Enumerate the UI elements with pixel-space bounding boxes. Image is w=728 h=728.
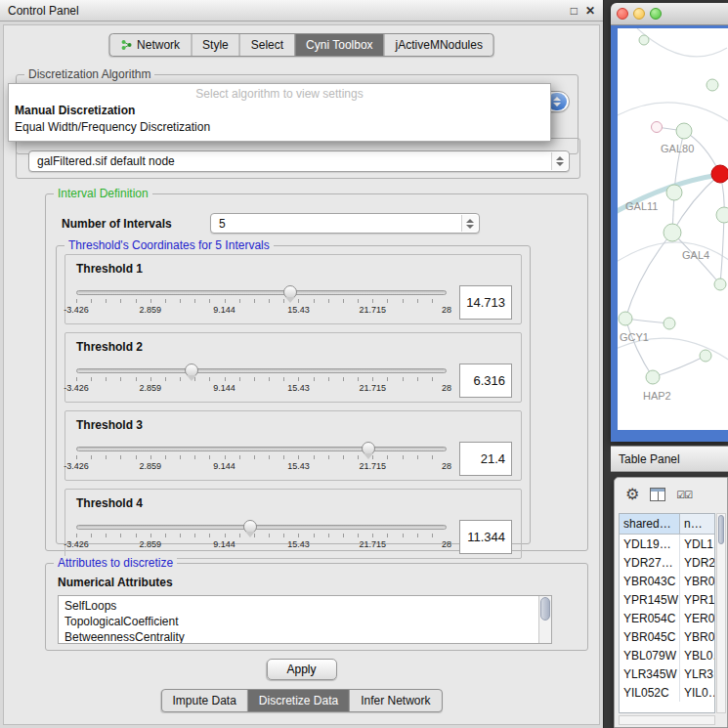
float-window-icon[interactable]: □ [571, 4, 578, 18]
combo-stepper-icon[interactable] [461, 215, 478, 232]
numerical-attributes-list[interactable]: SelfLoopsTopologicalCoefficientBetweenne… [58, 595, 552, 644]
tab-jactivemodules[interactable]: jActiveMNodules [384, 34, 493, 56]
control-panel-window: Control Panel □ ✕ Network Style Select C… [0, 0, 604, 728]
tab-select[interactable]: Select [239, 34, 294, 56]
network-canvas[interactable]: GAL80 GAL11 GAL4 GCY1 HAP2 [618, 28, 728, 430]
tick-label: -3.426 [64, 383, 89, 393]
tab-cyni-toolbox[interactable]: Cyni Toolbox [294, 34, 383, 56]
table-horizontal-scrollbar[interactable] [619, 715, 715, 725]
threshold-value-field[interactable]: 11.344 [459, 520, 512, 554]
table-panel-window: ⚙ ☑☑ shared… n… YDL19…YDL1…YDR27…YDR2…YB… [614, 477, 728, 728]
algorithm-dropdown-popup: Select algorithm to view settings Manual… [8, 83, 551, 142]
slider-track[interactable] [76, 447, 447, 451]
threshold-panel-2: Threshold 2 -3.426 2.859 9.144 [64, 332, 522, 403]
column-header-shared-name[interactable]: shared… [620, 514, 680, 534]
threshold-panel-1: Threshold 1 -3.426 2.859 9.144 [64, 254, 522, 324]
table-panel-titlebar[interactable]: Table Panel [611, 446, 728, 472]
table-cell: YDR27… [620, 553, 680, 572]
tab-style[interactable]: Style [191, 34, 239, 56]
tab-impute-data[interactable]: Impute Data [161, 690, 246, 711]
table-row[interactable]: YER054CYER0… [620, 609, 714, 627]
table-row[interactable]: YBR045CYBR0… [620, 627, 714, 646]
table-row[interactable]: YIL052CYIL0… [620, 683, 714, 702]
table-toolbar: ⚙ ☑☑ [615, 478, 727, 511]
threshold-slider[interactable]: -3.426 2.859 9.144 15.43 21.715 28 [74, 290, 449, 316]
attribute-list-item[interactable]: TopologicalCoefficient [64, 614, 545, 629]
table-cell: YER054C [620, 609, 680, 627]
slider-tick-labels: -3.426 2.859 9.144 15.43 21.715 28 [76, 305, 447, 316]
thresholds-group: Threshold's Coordinates for 5 Intervals … [56, 245, 531, 544]
network-node[interactable] [707, 79, 718, 91]
table-vertical-scrollbar[interactable] [716, 513, 726, 713]
control-panel-titlebar[interactable]: Control Panel □ ✕ [0, 0, 603, 21]
network-node[interactable] [664, 318, 675, 329]
select-columns-checkbox-icons[interactable]: ☑☑ [676, 490, 692, 500]
tab-label: Style [202, 38, 229, 52]
scrollbar-thumb[interactable] [718, 515, 724, 544]
close-traffic-light-icon[interactable] [617, 8, 628, 20]
scrollbar-thumb[interactable] [540, 597, 550, 621]
slider-thumb[interactable] [243, 520, 257, 534]
table-cell: YDL1… [680, 535, 714, 553]
attribute-list-item[interactable]: BetweennessCentrality [64, 629, 545, 644]
network-node[interactable] [639, 35, 649, 45]
tab-network[interactable]: Network [109, 34, 191, 56]
list-scrollbar[interactable] [538, 596, 551, 643]
tick-label: 21.715 [359, 305, 386, 315]
threshold-slider[interactable]: -3.426 2.859 9.144 15.43 21.715 28 [74, 447, 449, 472]
slider-thumb[interactable] [283, 285, 297, 299]
apply-button[interactable]: Apply [266, 659, 336, 680]
network-node[interactable] [714, 278, 726, 290]
table-cell: YPR145W [620, 590, 680, 609]
zoom-traffic-light-icon[interactable] [650, 8, 662, 20]
table-row[interactable]: YPR145WYPR1… [620, 590, 714, 609]
minimize-traffic-light-icon[interactable] [633, 8, 645, 20]
attribute-list-item[interactable]: SelfLoops [64, 598, 545, 614]
network-node[interactable] [716, 207, 728, 223]
network-node[interactable] [619, 312, 632, 325]
close-icon[interactable]: ✕ [585, 4, 595, 18]
tick-label: 15.43 [287, 305, 310, 315]
table-row[interactable]: YBL079WYBL0… [620, 646, 714, 664]
network-node[interactable] [700, 350, 711, 362]
table-cell: YIL0… [680, 683, 714, 702]
dropdown-option-equal-width[interactable]: Equal Width/Frequency Discretization [9, 119, 550, 136]
slider-thumb[interactable] [185, 364, 198, 377]
network-node[interactable] [666, 185, 682, 200]
table-cell: YBR0… [680, 627, 714, 646]
tab-discretize-data[interactable]: Discretize Data [247, 690, 349, 711]
tick-label: -3.426 [64, 461, 89, 471]
slider-tick-labels: -3.426 2.859 9.144 15.43 21.715 28 [76, 383, 447, 394]
tick-label: 15.43 [287, 461, 310, 471]
tab-infer-network[interactable]: Infer Network [349, 690, 441, 711]
network-node[interactable] [646, 370, 660, 384]
gear-icon[interactable]: ⚙ [625, 487, 639, 502]
slider-track[interactable] [76, 290, 447, 295]
network-window-titlebar[interactable] [611, 3, 728, 25]
threshold-slider[interactable]: -3.426 2.859 9.144 15.43 21.715 28 [74, 368, 449, 394]
slider-track[interactable] [76, 368, 447, 373]
column-header-name[interactable]: n… [680, 514, 714, 534]
threshold-value-field[interactable]: 6.316 [459, 364, 512, 398]
slider-thumb[interactable] [362, 442, 375, 455]
threshold-slider[interactable]: -3.426 2.859 9.144 15.43 21.715 28 [74, 525, 449, 550]
network-node[interactable] [664, 224, 681, 241]
network-node[interactable] [676, 123, 692, 139]
columns-icon[interactable] [650, 488, 665, 501]
network-node-pink[interactable] [652, 122, 663, 133]
threshold-value-field[interactable]: 14.713 [459, 285, 512, 320]
network-node-highlighted[interactable] [711, 165, 728, 183]
table-cell: YBR045C [620, 627, 680, 646]
table-row[interactable]: YBR043CYBR0… [620, 572, 714, 590]
dropdown-option-manual[interactable]: Manual Discretization [9, 103, 550, 119]
table-row[interactable]: YLR345WYLR3… [620, 664, 714, 683]
num-intervals-select[interactable]: 5 [210, 213, 480, 234]
table-row[interactable]: YDL19…YDL1… [620, 535, 714, 553]
table-row[interactable]: YDR27…YDR2… [620, 553, 714, 572]
slider-track[interactable] [76, 525, 447, 530]
table-data-select[interactable]: galFiltered.sif default node [28, 150, 570, 172]
screen: Control Panel □ ✕ Network Style Select C… [0, 0, 728, 728]
table-cell: YBL079W [620, 646, 680, 664]
combo-stepper-icon[interactable] [551, 152, 568, 170]
threshold-value-field[interactable]: 21.4 [459, 442, 512, 476]
